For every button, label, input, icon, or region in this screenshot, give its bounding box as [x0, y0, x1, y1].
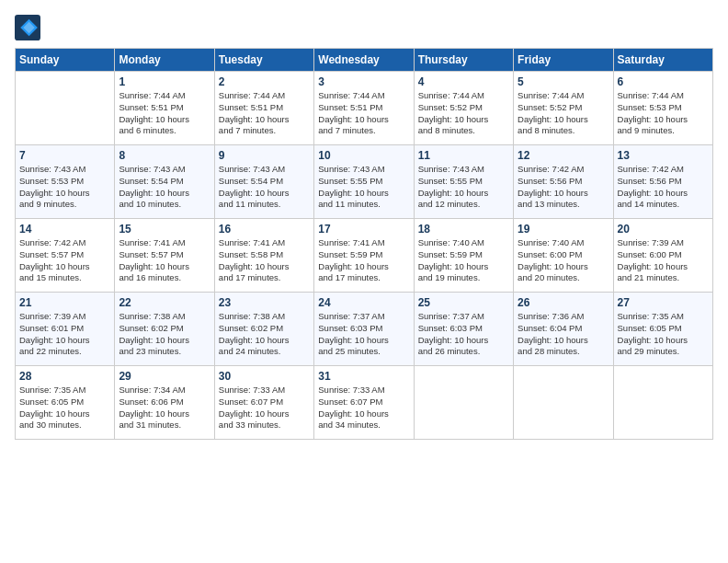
day-info: Sunrise: 7:41 AM Sunset: 5:59 PM Dayligh…: [318, 237, 409, 284]
calendar-cell: 7Sunrise: 7:43 AM Sunset: 5:53 PM Daylig…: [16, 145, 115, 219]
day-number: 22: [119, 296, 210, 309]
day-number: 17: [318, 223, 409, 236]
header-cell-friday: Friday: [514, 49, 613, 72]
calendar-cell: 12Sunrise: 7:42 AM Sunset: 5:56 PM Dayli…: [514, 145, 613, 219]
calendar-cell: 5Sunrise: 7:44 AM Sunset: 5:52 PM Daylig…: [514, 72, 613, 145]
day-info: Sunrise: 7:35 AM Sunset: 6:05 PM Dayligh…: [19, 385, 110, 431]
calendar-cell: 1Sunrise: 7:44 AM Sunset: 5:51 PM Daylig…: [115, 72, 214, 145]
calendar-cell: 21Sunrise: 7:39 AM Sunset: 6:01 PM Dayli…: [16, 293, 115, 366]
day-info: Sunrise: 7:44 AM Sunset: 5:51 PM Dayligh…: [219, 90, 310, 137]
calendar-week-3: 14Sunrise: 7:42 AM Sunset: 5:57 PM Dayli…: [16, 219, 713, 293]
day-info: Sunrise: 7:43 AM Sunset: 5:55 PM Dayligh…: [418, 164, 509, 211]
header-cell-sunday: Sunday: [16, 49, 115, 72]
day-number: 1: [119, 75, 210, 88]
calendar-cell: 17Sunrise: 7:41 AM Sunset: 5:59 PM Dayli…: [314, 219, 414, 293]
day-info: Sunrise: 7:35 AM Sunset: 6:05 PM Dayligh…: [618, 311, 709, 358]
header-cell-monday: Monday: [115, 49, 214, 72]
calendar-cell: 26Sunrise: 7:36 AM Sunset: 6:04 PM Dayli…: [514, 293, 613, 366]
calendar-cell: 13Sunrise: 7:42 AM Sunset: 5:56 PM Dayli…: [613, 145, 712, 219]
day-number: 24: [318, 296, 409, 309]
calendar-cell: 30Sunrise: 7:33 AM Sunset: 6:07 PM Dayli…: [214, 366, 313, 440]
header-cell-thursday: Thursday: [414, 49, 513, 72]
calendar-cell: 4Sunrise: 7:44 AM Sunset: 5:52 PM Daylig…: [414, 72, 513, 145]
day-info: Sunrise: 7:42 AM Sunset: 5:56 PM Dayligh…: [618, 164, 709, 211]
day-info: Sunrise: 7:39 AM Sunset: 6:00 PM Dayligh…: [618, 237, 709, 284]
day-number: 28: [19, 370, 110, 383]
calendar-cell: 20Sunrise: 7:39 AM Sunset: 6:00 PM Dayli…: [613, 219, 712, 293]
day-number: 6: [618, 75, 709, 88]
day-number: 5: [518, 75, 609, 88]
calendar-cell: [613, 366, 712, 440]
calendar-table: SundayMondayTuesdayWednesdayThursdayFrid…: [15, 48, 713, 440]
calendar-week-5: 28Sunrise: 7:35 AM Sunset: 6:05 PM Dayli…: [16, 366, 713, 440]
day-info: Sunrise: 7:37 AM Sunset: 6:03 PM Dayligh…: [418, 311, 509, 358]
day-number: 25: [418, 296, 509, 309]
day-number: 8: [119, 149, 210, 162]
calendar-cell: 2Sunrise: 7:44 AM Sunset: 5:51 PM Daylig…: [214, 72, 313, 145]
calendar-cell: [414, 366, 513, 440]
day-info: Sunrise: 7:43 AM Sunset: 5:54 PM Dayligh…: [219, 164, 310, 211]
calendar-header-row: SundayMondayTuesdayWednesdayThursdayFrid…: [16, 49, 713, 72]
day-info: Sunrise: 7:38 AM Sunset: 6:02 PM Dayligh…: [219, 311, 310, 358]
day-number: 23: [219, 296, 310, 309]
day-number: 14: [19, 223, 110, 236]
day-info: Sunrise: 7:33 AM Sunset: 6:07 PM Dayligh…: [318, 385, 409, 431]
calendar-cell: 16Sunrise: 7:41 AM Sunset: 5:58 PM Dayli…: [214, 219, 313, 293]
logo-icon: [15, 15, 40, 40]
day-number: 16: [219, 223, 310, 236]
day-number: 11: [418, 149, 509, 162]
calendar-cell: 27Sunrise: 7:35 AM Sunset: 6:05 PM Dayli…: [613, 293, 712, 366]
day-info: Sunrise: 7:36 AM Sunset: 6:04 PM Dayligh…: [518, 311, 609, 358]
calendar-cell: 18Sunrise: 7:40 AM Sunset: 5:59 PM Dayli…: [414, 219, 513, 293]
day-info: Sunrise: 7:42 AM Sunset: 5:56 PM Dayligh…: [518, 164, 609, 211]
day-info: Sunrise: 7:43 AM Sunset: 5:54 PM Dayligh…: [119, 164, 210, 211]
day-number: 31: [318, 370, 409, 383]
header-cell-saturday: Saturday: [613, 49, 712, 72]
day-number: 12: [518, 149, 609, 162]
day-number: 30: [219, 370, 310, 383]
calendar-cell: 3Sunrise: 7:44 AM Sunset: 5:51 PM Daylig…: [314, 72, 414, 145]
day-info: Sunrise: 7:44 AM Sunset: 5:51 PM Dayligh…: [318, 90, 409, 137]
day-number: 10: [318, 149, 409, 162]
day-number: 9: [219, 149, 310, 162]
day-number: 26: [518, 296, 609, 309]
calendar-cell: 8Sunrise: 7:43 AM Sunset: 5:54 PM Daylig…: [115, 145, 214, 219]
day-info: Sunrise: 7:43 AM Sunset: 5:55 PM Dayligh…: [318, 164, 409, 211]
day-number: 21: [19, 296, 110, 309]
logo: [15, 15, 44, 40]
day-info: Sunrise: 7:44 AM Sunset: 5:52 PM Dayligh…: [518, 90, 609, 137]
day-number: 3: [318, 75, 409, 88]
day-number: 2: [219, 75, 310, 88]
calendar-cell: 31Sunrise: 7:33 AM Sunset: 6:07 PM Dayli…: [314, 366, 414, 440]
calendar-cell: 19Sunrise: 7:40 AM Sunset: 6:00 PM Dayli…: [514, 219, 613, 293]
day-info: Sunrise: 7:40 AM Sunset: 6:00 PM Dayligh…: [518, 237, 609, 284]
calendar-cell: 14Sunrise: 7:42 AM Sunset: 5:57 PM Dayli…: [16, 219, 115, 293]
calendar-week-1: 1Sunrise: 7:44 AM Sunset: 5:51 PM Daylig…: [16, 72, 713, 145]
day-info: Sunrise: 7:38 AM Sunset: 6:02 PM Dayligh…: [119, 311, 210, 358]
day-info: Sunrise: 7:40 AM Sunset: 5:59 PM Dayligh…: [418, 237, 509, 284]
calendar-cell: 28Sunrise: 7:35 AM Sunset: 6:05 PM Dayli…: [16, 366, 115, 440]
calendar-cell: 15Sunrise: 7:41 AM Sunset: 5:57 PM Dayli…: [115, 219, 214, 293]
day-number: 20: [618, 223, 709, 236]
day-info: Sunrise: 7:33 AM Sunset: 6:07 PM Dayligh…: [219, 385, 310, 431]
calendar-cell: 23Sunrise: 7:38 AM Sunset: 6:02 PM Dayli…: [214, 293, 313, 366]
calendar-cell: 10Sunrise: 7:43 AM Sunset: 5:55 PM Dayli…: [314, 145, 414, 219]
calendar-cell: 6Sunrise: 7:44 AM Sunset: 5:53 PM Daylig…: [613, 72, 712, 145]
day-info: Sunrise: 7:44 AM Sunset: 5:52 PM Dayligh…: [418, 90, 509, 137]
day-number: 4: [418, 75, 509, 88]
day-info: Sunrise: 7:44 AM Sunset: 5:51 PM Dayligh…: [119, 90, 210, 137]
day-info: Sunrise: 7:43 AM Sunset: 5:53 PM Dayligh…: [19, 164, 110, 211]
calendar-cell: 25Sunrise: 7:37 AM Sunset: 6:03 PM Dayli…: [414, 293, 513, 366]
day-number: 13: [618, 149, 709, 162]
calendar-cell: 29Sunrise: 7:34 AM Sunset: 6:06 PM Dayli…: [115, 366, 214, 440]
day-number: 18: [418, 223, 509, 236]
day-number: 19: [518, 223, 609, 236]
day-number: 15: [119, 223, 210, 236]
day-info: Sunrise: 7:34 AM Sunset: 6:06 PM Dayligh…: [119, 385, 210, 431]
calendar-cell: [514, 366, 613, 440]
day-info: Sunrise: 7:44 AM Sunset: 5:53 PM Dayligh…: [618, 90, 709, 137]
calendar-week-4: 21Sunrise: 7:39 AM Sunset: 6:01 PM Dayli…: [16, 293, 713, 366]
calendar-cell: 11Sunrise: 7:43 AM Sunset: 5:55 PM Dayli…: [414, 145, 513, 219]
calendar-cell: [16, 72, 115, 145]
day-info: Sunrise: 7:42 AM Sunset: 5:57 PM Dayligh…: [19, 237, 110, 284]
